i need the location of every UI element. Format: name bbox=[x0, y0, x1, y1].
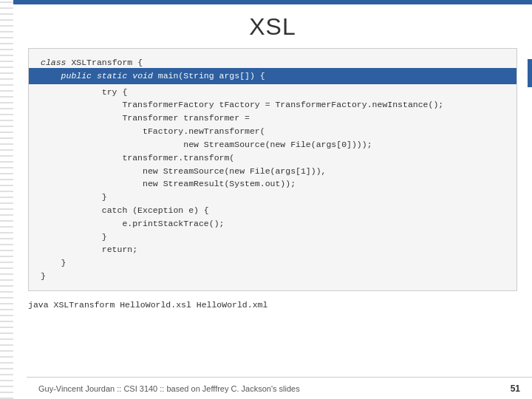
footer-page-number: 51 bbox=[511, 383, 520, 394]
code-container: class XSLTransform { public static void … bbox=[28, 48, 517, 291]
footer-author: Guy-Vincent Jourdan bbox=[38, 384, 115, 393]
footer-course: CSI 3140 bbox=[123, 384, 157, 393]
title-area: XSL bbox=[13, 0, 532, 48]
footer-credits: Guy-Vincent Jourdan :: CSI 3140 :: based… bbox=[38, 384, 300, 393]
footer-based-on: based on Jefffrey C. Jackson's slides bbox=[166, 384, 299, 393]
footer-separator1: :: bbox=[117, 384, 123, 393]
main-content: XSL class XSLTransform { public static v… bbox=[13, 0, 532, 399]
code-body: try { TransformerFactory tFactory = Tran… bbox=[41, 86, 505, 283]
code-line-2-highlighted: public static void main(String args[]) { bbox=[29, 68, 516, 84]
left-stripe bbox=[0, 0, 13, 399]
command-text: java XSLTransform HelloWorld.xsl HelloWo… bbox=[28, 300, 267, 310]
command-line: java XSLTransform HelloWorld.xsl HelloWo… bbox=[28, 300, 517, 310]
footer: Guy-Vincent Jourdan :: CSI 3140 :: based… bbox=[27, 377, 532, 399]
slide-title: XSL bbox=[249, 13, 296, 40]
